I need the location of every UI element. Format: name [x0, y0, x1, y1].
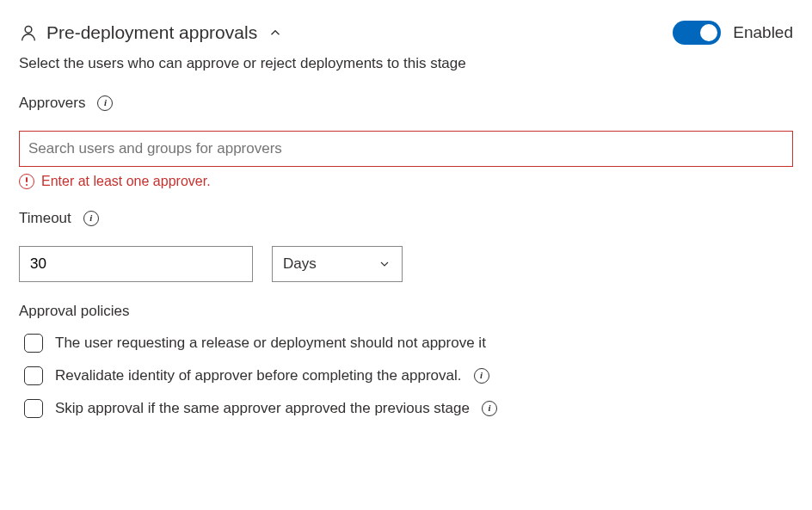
section-subtitle: Select the users who can approve or reje…: [19, 55, 793, 72]
svg-point-0: [25, 26, 32, 33]
policy-row: Revalidate identity of approver before c…: [19, 366, 793, 385]
enabled-toggle[interactable]: [673, 21, 721, 45]
info-icon[interactable]: [97, 95, 113, 111]
section-title: Pre-deployment approvals: [46, 22, 257, 43]
approvers-error-row: Enter at least one approver.: [19, 174, 793, 189]
section-header: Pre-deployment approvals Enabled: [19, 21, 793, 45]
approvers-label: Approvers: [19, 95, 85, 112]
error-icon: [19, 174, 34, 189]
timeout-unit-value: Days: [283, 255, 317, 273]
chevron-down-icon: [378, 257, 391, 271]
timeout-unit-select[interactable]: Days: [272, 246, 403, 282]
policy-label: Skip approval if the same approver appro…: [55, 400, 470, 417]
info-icon[interactable]: [482, 401, 497, 416]
timeout-inputs: Days: [19, 246, 793, 282]
info-icon[interactable]: [474, 368, 489, 384]
approvers-search-input[interactable]: [19, 131, 793, 167]
timeout-value-input[interactable]: [19, 246, 253, 282]
approvers-label-row: Approvers: [19, 95, 793, 112]
timeout-label-row: Timeout: [19, 210, 793, 227]
policy-label: Revalidate identity of approver before c…: [55, 367, 462, 384]
policy-row: The user requesting a release or deploym…: [19, 334, 793, 353]
person-icon: [19, 23, 38, 42]
timeout-label: Timeout: [19, 210, 71, 227]
policy-checkbox[interactable]: [24, 334, 43, 353]
section-title-group: Pre-deployment approvals: [19, 22, 283, 43]
policy-checkbox[interactable]: [24, 366, 43, 385]
enabled-toggle-label: Enabled: [733, 23, 793, 42]
info-icon[interactable]: [83, 211, 99, 226]
policy-checkbox[interactable]: [24, 399, 43, 418]
toggle-knob: [700, 24, 717, 41]
policy-label: The user requesting a release or deploym…: [55, 335, 486, 352]
collapse-toggle[interactable]: [268, 25, 283, 40]
enabled-toggle-group: Enabled: [673, 21, 793, 45]
approval-policies-title: Approval policies: [19, 303, 793, 320]
approvers-error-text: Enter at least one approver.: [41, 174, 211, 189]
policy-row: Skip approval if the same approver appro…: [19, 399, 793, 418]
